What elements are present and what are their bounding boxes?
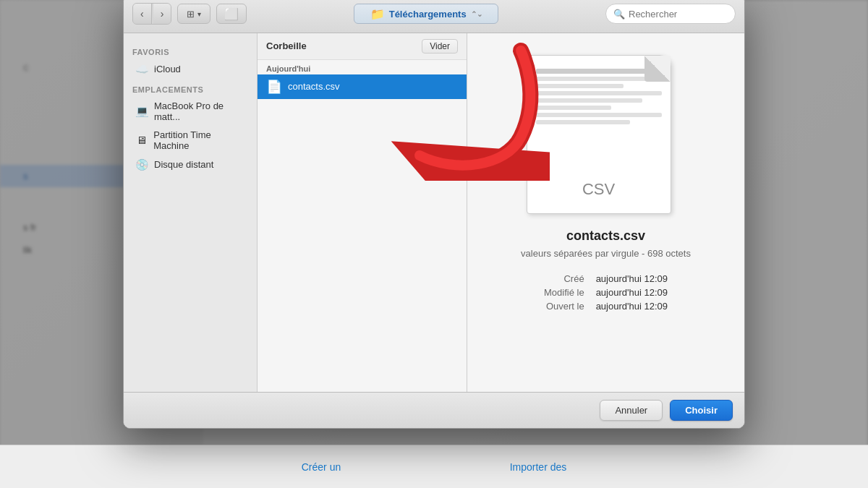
meta-label-modifie: Modifié le (544, 287, 584, 298)
forward-button[interactable]: › (153, 4, 171, 24)
import-link[interactable]: Importer des (510, 461, 567, 473)
back-button[interactable]: ‹ (133, 4, 152, 24)
file-item-name: contacts.csv (288, 81, 340, 92)
view-chevron: ▾ (197, 10, 201, 18)
sidebar-item-partition-label: Partition Time Machine (153, 129, 245, 151)
choose-button[interactable]: Choisir (670, 400, 733, 421)
icloud-icon: ☁️ (135, 63, 148, 76)
disk-icon: 🖥 (135, 134, 148, 146)
file-item-contacts-csv[interactable]: 📄 contacts.csv (258, 74, 467, 99)
toolbar: ‹ › ⊞ ▾ ⬜ 📁 Téléchargements ⌃⌄ 🔍 (124, 0, 744, 33)
csv-line-header (536, 69, 662, 74)
csv-line-4 (536, 98, 643, 103)
sidebar-section-emplacements: Emplacements (124, 80, 257, 97)
main-content: Favoris ☁️ iCloud Emplacements 💻 MacBook… (124, 33, 744, 392)
file-list-header: Corbeille Vider (258, 33, 467, 60)
meta-value-ouvert: aujourd'hui 12:09 (596, 301, 668, 312)
location-display: 📁 Téléchargements ⌃⌄ (354, 4, 498, 24)
meta-value-modifie: aujourd'hui 12:09 (596, 287, 668, 298)
laptop-icon: 💻 (135, 105, 148, 118)
preview-metadata: Créé aujourd'hui 12:09 Modifié le aujour… (544, 273, 668, 312)
view-icon: ⊞ (187, 9, 195, 20)
file-fold (644, 56, 671, 82)
csv-line-1 (536, 77, 662, 81)
action-button[interactable]: ⬜ (216, 4, 247, 24)
search-input[interactable] (629, 9, 715, 20)
sidebar-item-icloud-label: iCloud (154, 64, 181, 74)
nav-buttons: ‹ › (132, 3, 171, 25)
action-icon: ⬜ (224, 7, 239, 21)
csv-line-2 (536, 84, 624, 88)
location-label: Téléchargements (389, 9, 467, 20)
location-chevron: ⌃⌄ (471, 10, 482, 18)
file-preview-icon: CSV (527, 55, 686, 214)
meta-value-cree: aujourd'hui 12:09 (596, 273, 668, 284)
cancel-button[interactable]: Annuler (600, 400, 663, 421)
search-bar: 🔍 (605, 4, 736, 24)
csv-line-6 (536, 113, 662, 117)
import-link-label: Importer des (510, 461, 567, 473)
csv-label: CSV (527, 180, 671, 213)
sidebar-section-favoris: Favoris (124, 42, 257, 59)
view-button[interactable]: ⊞ ▾ (177, 4, 210, 24)
modal-overlay: ‹ › ⊞ ▾ ⬜ 📁 Téléchargements ⌃⌄ 🔍 (0, 0, 868, 445)
sidebar-item-macbook[interactable]: 💻 MacBook Pro de matt... (127, 97, 254, 126)
csv-line-7 (536, 120, 631, 124)
csv-line-5 (536, 106, 611, 110)
preview-panel: CSV contacts.csv valeurs séparées par vi… (467, 33, 744, 392)
vider-button[interactable]: Vider (422, 39, 458, 53)
file-list-title: Corbeille (266, 40, 307, 51)
dialog-bottom-bar: Annuler Choisir (124, 392, 744, 428)
search-icon: 🔍 (613, 9, 625, 20)
finder-dialog: ‹ › ⊞ ▾ ⬜ 📁 Téléchargements ⌃⌄ 🔍 (123, 0, 745, 429)
meta-label-ouvert: Ouvert le (544, 301, 584, 312)
csv-line-3 (536, 91, 662, 95)
meta-label-cree: Créé (544, 273, 584, 284)
file-icon: 📄 (266, 79, 282, 95)
sidebar-item-icloud[interactable]: ☁️ iCloud (127, 59, 254, 80)
file-list-panel: Corbeille Vider Aujourd'hui 📄 contacts.c… (258, 33, 467, 392)
create-link[interactable]: Créer un (302, 461, 341, 473)
preview-filetype: valeurs séparées par virgule - 698 octet… (521, 248, 691, 259)
preview-filename: contacts.csv (566, 228, 645, 244)
file-list-group-today: Aujourd'hui (258, 60, 467, 74)
sidebar-item-macbook-label: MacBook Pro de matt... (154, 100, 245, 122)
csv-file-visual: CSV (527, 55, 671, 214)
sidebar: Favoris ☁️ iCloud Emplacements 💻 MacBook… (124, 33, 258, 392)
sidebar-item-disque-label: Disque distant (154, 159, 213, 170)
folder-icon: 📁 (370, 7, 385, 21)
remote-disk-icon: 💿 (135, 158, 148, 171)
create-link-label: Créer un (302, 461, 341, 473)
app-bottom-bar: Créer un Importer des (0, 445, 868, 488)
sidebar-item-partition[interactable]: 🖥 Partition Time Machine (127, 126, 254, 155)
sidebar-item-disque[interactable]: 💿 Disque distant (127, 155, 254, 175)
